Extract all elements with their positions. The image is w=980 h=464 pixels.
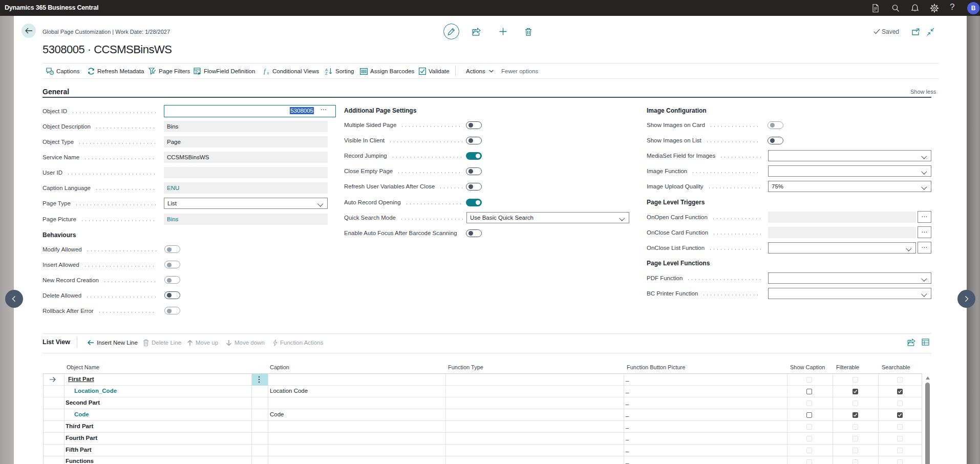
svg-text:f: f — [264, 68, 266, 75]
svg-text:Z: Z — [325, 71, 328, 75]
svg-text:o: o — [267, 71, 269, 75]
